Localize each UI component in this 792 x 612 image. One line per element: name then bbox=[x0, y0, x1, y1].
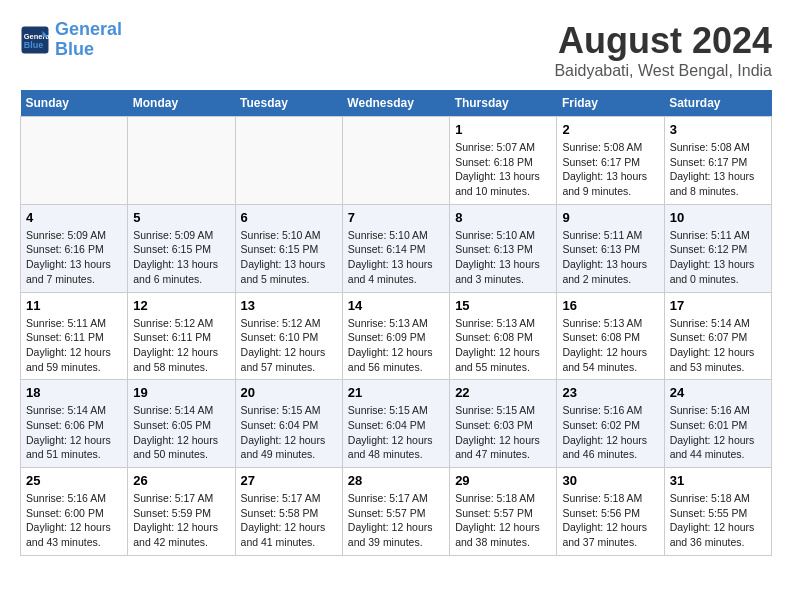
day-info: Sunrise: 5:11 AM Sunset: 6:12 PM Dayligh… bbox=[670, 228, 766, 287]
calendar-cell: 21Sunrise: 5:15 AM Sunset: 6:04 PM Dayli… bbox=[342, 380, 449, 468]
calendar-cell: 7Sunrise: 5:10 AM Sunset: 6:14 PM Daylig… bbox=[342, 204, 449, 292]
day-info: Sunrise: 5:14 AM Sunset: 6:06 PM Dayligh… bbox=[26, 403, 122, 462]
day-number: 17 bbox=[670, 298, 766, 313]
week-row-3: 11Sunrise: 5:11 AM Sunset: 6:11 PM Dayli… bbox=[21, 292, 772, 380]
day-number: 23 bbox=[562, 385, 658, 400]
day-number: 31 bbox=[670, 473, 766, 488]
day-info: Sunrise: 5:18 AM Sunset: 5:55 PM Dayligh… bbox=[670, 491, 766, 550]
calendar-cell: 29Sunrise: 5:18 AM Sunset: 5:57 PM Dayli… bbox=[450, 468, 557, 556]
logo-icon: General Blue bbox=[20, 25, 50, 55]
day-number: 8 bbox=[455, 210, 551, 225]
day-info: Sunrise: 5:10 AM Sunset: 6:14 PM Dayligh… bbox=[348, 228, 444, 287]
day-number: 3 bbox=[670, 122, 766, 137]
day-info: Sunrise: 5:16 AM Sunset: 6:01 PM Dayligh… bbox=[670, 403, 766, 462]
day-number: 7 bbox=[348, 210, 444, 225]
logo-text: GeneralBlue bbox=[55, 20, 122, 60]
calendar-cell: 10Sunrise: 5:11 AM Sunset: 6:12 PM Dayli… bbox=[664, 204, 771, 292]
calendar-cell: 3Sunrise: 5:08 AM Sunset: 6:17 PM Daylig… bbox=[664, 117, 771, 205]
day-number: 28 bbox=[348, 473, 444, 488]
day-number: 26 bbox=[133, 473, 229, 488]
day-header-monday: Monday bbox=[128, 90, 235, 117]
calendar-title: August 2024 bbox=[554, 20, 772, 62]
day-header-wednesday: Wednesday bbox=[342, 90, 449, 117]
day-number: 11 bbox=[26, 298, 122, 313]
day-info: Sunrise: 5:15 AM Sunset: 6:03 PM Dayligh… bbox=[455, 403, 551, 462]
day-header-thursday: Thursday bbox=[450, 90, 557, 117]
calendar-table: SundayMondayTuesdayWednesdayThursdayFrid… bbox=[20, 90, 772, 556]
week-row-5: 25Sunrise: 5:16 AM Sunset: 6:00 PM Dayli… bbox=[21, 468, 772, 556]
day-info: Sunrise: 5:16 AM Sunset: 6:02 PM Dayligh… bbox=[562, 403, 658, 462]
calendar-cell bbox=[235, 117, 342, 205]
day-header-friday: Friday bbox=[557, 90, 664, 117]
calendar-cell: 16Sunrise: 5:13 AM Sunset: 6:08 PM Dayli… bbox=[557, 292, 664, 380]
day-number: 19 bbox=[133, 385, 229, 400]
day-number: 20 bbox=[241, 385, 337, 400]
day-info: Sunrise: 5:17 AM Sunset: 5:59 PM Dayligh… bbox=[133, 491, 229, 550]
svg-text:Blue: Blue bbox=[24, 39, 44, 49]
calendar-cell: 28Sunrise: 5:17 AM Sunset: 5:57 PM Dayli… bbox=[342, 468, 449, 556]
calendar-cell: 12Sunrise: 5:12 AM Sunset: 6:11 PM Dayli… bbox=[128, 292, 235, 380]
day-info: Sunrise: 5:12 AM Sunset: 6:11 PM Dayligh… bbox=[133, 316, 229, 375]
week-row-2: 4Sunrise: 5:09 AM Sunset: 6:16 PM Daylig… bbox=[21, 204, 772, 292]
day-number: 22 bbox=[455, 385, 551, 400]
calendar-cell: 14Sunrise: 5:13 AM Sunset: 6:09 PM Dayli… bbox=[342, 292, 449, 380]
calendar-cell: 27Sunrise: 5:17 AM Sunset: 5:58 PM Dayli… bbox=[235, 468, 342, 556]
day-info: Sunrise: 5:13 AM Sunset: 6:08 PM Dayligh… bbox=[455, 316, 551, 375]
calendar-cell: 17Sunrise: 5:14 AM Sunset: 6:07 PM Dayli… bbox=[664, 292, 771, 380]
day-number: 9 bbox=[562, 210, 658, 225]
day-number: 14 bbox=[348, 298, 444, 313]
calendar-cell: 2Sunrise: 5:08 AM Sunset: 6:17 PM Daylig… bbox=[557, 117, 664, 205]
calendar-cell bbox=[21, 117, 128, 205]
page-header: General Blue GeneralBlue August 2024 Bai… bbox=[20, 20, 772, 80]
header-row: SundayMondayTuesdayWednesdayThursdayFrid… bbox=[21, 90, 772, 117]
calendar-cell: 6Sunrise: 5:10 AM Sunset: 6:15 PM Daylig… bbox=[235, 204, 342, 292]
day-info: Sunrise: 5:13 AM Sunset: 6:09 PM Dayligh… bbox=[348, 316, 444, 375]
day-info: Sunrise: 5:08 AM Sunset: 6:17 PM Dayligh… bbox=[670, 140, 766, 199]
calendar-cell: 22Sunrise: 5:15 AM Sunset: 6:03 PM Dayli… bbox=[450, 380, 557, 468]
calendar-cell: 9Sunrise: 5:11 AM Sunset: 6:13 PM Daylig… bbox=[557, 204, 664, 292]
day-header-saturday: Saturday bbox=[664, 90, 771, 117]
day-info: Sunrise: 5:16 AM Sunset: 6:00 PM Dayligh… bbox=[26, 491, 122, 550]
day-header-tuesday: Tuesday bbox=[235, 90, 342, 117]
week-row-4: 18Sunrise: 5:14 AM Sunset: 6:06 PM Dayli… bbox=[21, 380, 772, 468]
title-section: August 2024 Baidyabati, West Bengal, Ind… bbox=[554, 20, 772, 80]
day-number: 21 bbox=[348, 385, 444, 400]
logo: General Blue GeneralBlue bbox=[20, 20, 122, 60]
day-info: Sunrise: 5:11 AM Sunset: 6:13 PM Dayligh… bbox=[562, 228, 658, 287]
calendar-cell: 8Sunrise: 5:10 AM Sunset: 6:13 PM Daylig… bbox=[450, 204, 557, 292]
day-info: Sunrise: 5:12 AM Sunset: 6:10 PM Dayligh… bbox=[241, 316, 337, 375]
day-number: 2 bbox=[562, 122, 658, 137]
day-info: Sunrise: 5:14 AM Sunset: 6:07 PM Dayligh… bbox=[670, 316, 766, 375]
day-number: 1 bbox=[455, 122, 551, 137]
calendar-cell: 13Sunrise: 5:12 AM Sunset: 6:10 PM Dayli… bbox=[235, 292, 342, 380]
day-info: Sunrise: 5:07 AM Sunset: 6:18 PM Dayligh… bbox=[455, 140, 551, 199]
day-info: Sunrise: 5:08 AM Sunset: 6:17 PM Dayligh… bbox=[562, 140, 658, 199]
calendar-cell: 24Sunrise: 5:16 AM Sunset: 6:01 PM Dayli… bbox=[664, 380, 771, 468]
calendar-cell: 30Sunrise: 5:18 AM Sunset: 5:56 PM Dayli… bbox=[557, 468, 664, 556]
day-info: Sunrise: 5:18 AM Sunset: 5:56 PM Dayligh… bbox=[562, 491, 658, 550]
day-info: Sunrise: 5:10 AM Sunset: 6:15 PM Dayligh… bbox=[241, 228, 337, 287]
day-number: 15 bbox=[455, 298, 551, 313]
day-info: Sunrise: 5:15 AM Sunset: 6:04 PM Dayligh… bbox=[348, 403, 444, 462]
day-info: Sunrise: 5:17 AM Sunset: 5:58 PM Dayligh… bbox=[241, 491, 337, 550]
calendar-cell bbox=[342, 117, 449, 205]
calendar-cell bbox=[128, 117, 235, 205]
day-number: 18 bbox=[26, 385, 122, 400]
calendar-cell: 4Sunrise: 5:09 AM Sunset: 6:16 PM Daylig… bbox=[21, 204, 128, 292]
calendar-cell: 15Sunrise: 5:13 AM Sunset: 6:08 PM Dayli… bbox=[450, 292, 557, 380]
day-info: Sunrise: 5:13 AM Sunset: 6:08 PM Dayligh… bbox=[562, 316, 658, 375]
day-info: Sunrise: 5:09 AM Sunset: 6:15 PM Dayligh… bbox=[133, 228, 229, 287]
day-number: 16 bbox=[562, 298, 658, 313]
day-info: Sunrise: 5:15 AM Sunset: 6:04 PM Dayligh… bbox=[241, 403, 337, 462]
day-info: Sunrise: 5:18 AM Sunset: 5:57 PM Dayligh… bbox=[455, 491, 551, 550]
day-number: 13 bbox=[241, 298, 337, 313]
day-header-sunday: Sunday bbox=[21, 90, 128, 117]
day-number: 29 bbox=[455, 473, 551, 488]
day-number: 6 bbox=[241, 210, 337, 225]
day-info: Sunrise: 5:11 AM Sunset: 6:11 PM Dayligh… bbox=[26, 316, 122, 375]
day-number: 24 bbox=[670, 385, 766, 400]
calendar-cell: 11Sunrise: 5:11 AM Sunset: 6:11 PM Dayli… bbox=[21, 292, 128, 380]
calendar-cell: 5Sunrise: 5:09 AM Sunset: 6:15 PM Daylig… bbox=[128, 204, 235, 292]
day-number: 4 bbox=[26, 210, 122, 225]
calendar-cell: 31Sunrise: 5:18 AM Sunset: 5:55 PM Dayli… bbox=[664, 468, 771, 556]
